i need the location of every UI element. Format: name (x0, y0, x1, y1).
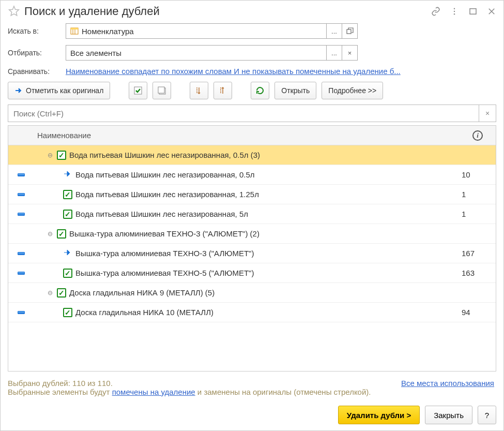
table-row[interactable]: ✓Вода питьевая Шишкин лес негазированная… (8, 204, 496, 224)
search-clear-button[interactable]: × (479, 105, 496, 122)
delete-duplicates-button[interactable]: Удалить дубли > (338, 406, 420, 424)
uncheck-all-button[interactable] (152, 82, 171, 99)
svg-point-0 (454, 8, 455, 9)
filter-select-button[interactable]: ... (327, 45, 342, 61)
refresh-button[interactable] (251, 82, 269, 99)
duplicates-table[interactable]: Наименование i ⊖✓Вода питьевая Шишкин ле… (8, 126, 496, 371)
collapse-all-icon (219, 86, 227, 95)
all-usages-link[interactable]: Все места использования (401, 379, 494, 388)
row-text: Вода питьевая Шишкин лес негазированная,… (75, 190, 259, 199)
svg-rect-5 (71, 28, 78, 29)
search-in-select-button[interactable]: ... (327, 23, 342, 39)
table-row[interactable]: ✓Доска гладильная НИКА 10 (МЕТАЛЛ)94 (8, 303, 496, 322)
info-icon: i (472, 130, 483, 141)
open-button[interactable]: Открыть (274, 82, 316, 99)
row-text: Вода питьевая Шишкин лес негазированная,… (75, 210, 248, 218)
svg-rect-11 (158, 87, 164, 93)
collapse-all-button[interactable] (213, 82, 232, 99)
favorite-star-icon[interactable] (8, 5, 20, 18)
row-text: Вышка-тура алюминиевая ТЕХНО-5 ("АЛЮМЕТ"… (75, 269, 254, 277)
table-row[interactable]: ⊖✓Вода питьевая Шишкин лес негазированна… (8, 145, 496, 165)
original-arrow-icon (63, 169, 72, 180)
table-row[interactable]: ⊖✓Вышка-тура алюминиевая ТЕХНО-3 ("АЛЮМЕ… (8, 224, 496, 244)
table-row[interactable]: ✓Вода питьевая Шишкин лес негазированная… (8, 185, 496, 204)
close-icon[interactable] (487, 7, 496, 16)
compare-rules-link[interactable]: Наименование совпадает по похожим словам… (66, 67, 496, 76)
row-checkbox[interactable]: ✓ (63, 269, 72, 278)
column-header-info: i (460, 130, 496, 141)
row-mark-icon (18, 173, 25, 176)
row-mark-icon (18, 252, 25, 255)
expand-all-icon (195, 86, 203, 95)
table-row[interactable]: ✓Вышка-тура алюминиевая ТЕХНО-5 ("АЛЮМЕТ… (8, 263, 496, 283)
row-mark-icon (18, 193, 25, 196)
arrow-right-icon (14, 86, 23, 95)
filter-label: Отбирать: (8, 49, 66, 57)
mark-as-original-button[interactable]: Отметить как оригинал (8, 82, 110, 99)
refresh-icon (255, 86, 265, 95)
row-mark-icon (18, 311, 25, 314)
footer-desc-1: Выбранные элементы будут (8, 388, 112, 396)
row-value: 163 (460, 269, 496, 277)
row-value: 10 (460, 170, 496, 179)
search-in-label: Искать в: (8, 27, 66, 35)
svg-point-2 (454, 13, 455, 14)
footer-desc-2: и заменены на оригиналы (отмечены стрелк… (195, 388, 371, 396)
menu-dots-icon[interactable] (450, 7, 459, 16)
check-all-button[interactable] (129, 82, 147, 99)
table-row[interactable]: ⊖✓Доска гладильная НИКА 9 (МЕТАЛЛ) (5) (8, 283, 496, 303)
row-value: 1 (460, 210, 496, 218)
row-checkbox[interactable]: ✓ (57, 229, 66, 239)
expand-all-button[interactable] (190, 82, 208, 99)
filter-clear-button[interactable]: × (342, 45, 358, 61)
svg-point-1 (454, 11, 455, 12)
more-button[interactable]: Подробнее >> (322, 82, 383, 99)
search-in-expand-button[interactable] (342, 23, 358, 39)
row-text: Вышка-тура алюминиевая ТЕХНО-3 ("АЛЮМЕТ"… (75, 249, 254, 258)
row-checkbox[interactable]: ✓ (57, 288, 66, 298)
window-title: Поиск и удаление дублей (24, 5, 431, 18)
column-header-name[interactable]: Наименование (34, 131, 460, 140)
close-button[interactable]: Закрыть (425, 406, 472, 424)
row-text: Вышка-тура алюминиевая ТЕХНО-3 ("АЛЮМЕТ"… (69, 229, 259, 238)
row-checkbox[interactable]: ✓ (57, 151, 66, 160)
row-value: 1 (460, 190, 496, 199)
row-value: 94 (460, 308, 496, 317)
row-checkbox[interactable]: ✓ (63, 190, 72, 199)
maximize-icon[interactable] (468, 7, 478, 16)
expand-toggle-icon[interactable]: ⊖ (47, 289, 54, 296)
row-text: Доска гладильная НИКА 9 (МЕТАЛЛ) (5) (69, 288, 215, 297)
catalog-icon (70, 27, 79, 35)
row-mark-icon (18, 272, 25, 275)
svg-rect-3 (470, 9, 476, 14)
uncheck-all-icon (157, 86, 166, 95)
table-row[interactable]: Вода питьевая Шишкин лес негазированная,… (8, 165, 496, 185)
help-button[interactable]: ? (478, 406, 496, 424)
search-input[interactable] (8, 105, 479, 122)
original-arrow-icon (63, 248, 72, 259)
link-icon[interactable] (431, 7, 440, 16)
row-value: 167 (460, 249, 496, 258)
table-row[interactable]: Вышка-тура алюминиевая ТЕХНО-3 ("АЛЮМЕТ"… (8, 244, 496, 263)
check-all-icon (133, 86, 143, 95)
row-checkbox[interactable]: ✓ (63, 210, 72, 219)
expand-toggle-icon[interactable]: ⊖ (47, 152, 54, 159)
search-in-field[interactable]: Номенклатура (66, 23, 327, 39)
compare-label: Сравнивать: (8, 67, 66, 76)
row-checkbox[interactable]: ✓ (63, 308, 72, 317)
row-text: Доска гладильная НИКА 10 (МЕТАЛЛ) (75, 308, 213, 317)
row-mark-icon (18, 213, 25, 216)
row-text: Вода питьевая Шишкин лес негазированная,… (69, 151, 260, 159)
filter-field[interactable]: Все элементы (66, 45, 327, 61)
expand-toggle-icon[interactable]: ⊖ (47, 230, 54, 237)
svg-rect-8 (347, 29, 351, 34)
marked-for-deletion-link[interactable]: помечены на удаление (112, 388, 195, 396)
row-text: Вода питьевая Шишкин лес негазированная,… (75, 170, 255, 179)
